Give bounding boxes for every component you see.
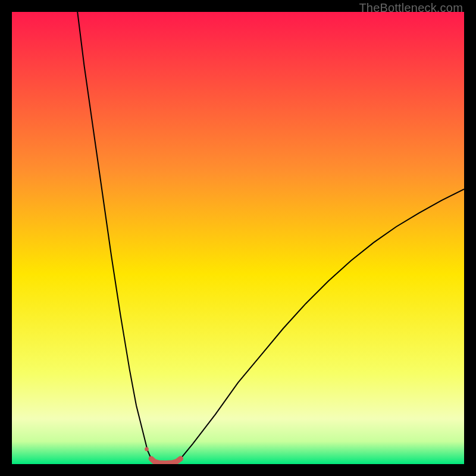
gradient-background [12, 12, 464, 464]
chart-frame [12, 12, 464, 464]
annotation-dot-0 [145, 447, 149, 452]
watermark-text: TheBottleneck.com [359, 1, 463, 15]
bottleneck-chart [12, 12, 464, 464]
annotation-layer [145, 447, 149, 452]
